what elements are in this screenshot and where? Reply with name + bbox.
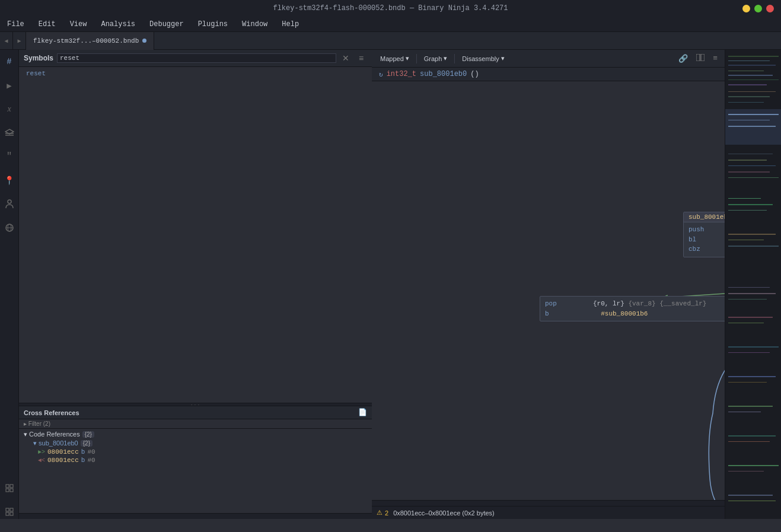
svg-rect-54 [728,317,773,318]
menu-file[interactable]: File [5,19,27,30]
xref-item-0[interactable]: ►> 08001ecc b #0 [19,448,372,456]
svg-rect-34 [728,96,770,97]
block-row-push: push {r7, lr} {var_8} {__saved_lr} [688,225,725,235]
close-button[interactable] [766,5,774,12]
menu-analysis[interactable]: Analysis [98,19,138,30]
xrefs-sub-badge: {2} [81,440,93,447]
icon-grid[interactable] [2,481,17,495]
svg-rect-42 [728,165,776,166]
svg-rect-16 [701,54,705,61]
bottom-scrollbar[interactable] [372,500,725,506]
svg-rect-10 [10,489,13,492]
icon-layers[interactable] [2,126,17,140]
svg-rect-33 [728,91,776,92]
menu-help[interactable]: Help [279,19,301,30]
svg-rect-28 [728,65,776,66]
title-text: flkey-stm32f4-flash-000052.bndb — Binary… [273,4,508,12]
status-warning: ⚠ 2 [377,509,388,517]
svg-rect-30 [728,75,773,76]
block-entry-body: push {r7, lr} {var_8} {__saved_lr} bl #s… [684,222,725,257]
symbols-clear-button[interactable]: ✕ [340,52,352,64]
xrefs-tree: ▾ Code References {2} ▾ sub_8001eb0 {2} … [19,429,372,513]
svg-rect-61 [728,412,761,412]
icon-type[interactable]: x [2,102,17,116]
svg-rect-26 [728,56,779,57]
svg-rect-47 [728,210,767,211]
menu-icon[interactable]: ≡ [710,53,720,64]
svg-rect-50 [728,246,779,247]
svg-rect-7 [6,485,9,488]
arrows-overlay [372,81,725,500]
sidebar-scrollbar[interactable] [19,513,372,519]
xrefs-export-button[interactable]: 📄 [358,408,367,417]
func-name: sub_8001eb0 [420,70,467,78]
graph-label: Graph [424,55,442,62]
svg-rect-51 [728,287,770,288]
svg-rect-63 [728,441,770,442]
nav-back[interactable]: ◀ [0,32,13,50]
icon-globe[interactable] [2,221,17,235]
svg-rect-27 [728,60,770,61]
svg-rect-55 [728,323,764,323]
xrefs-sub-8001eb0[interactable]: ▾ sub_8001eb0 {2} [19,439,372,448]
svg-rect-62 [728,435,776,437]
graph-area[interactable]: sub_8001eb0: push {r7, lr} {var_8} {__sa… [372,81,725,500]
icon-person[interactable] [2,197,17,211]
svg-rect-37 [728,114,779,115]
svg-rect-14 [10,512,13,515]
xref-item-1[interactable]: ◄< 08001ecc b #0 [19,456,372,464]
xrefs-code-refs[interactable]: ▾ Code References {2} [19,430,372,439]
svg-rect-40 [728,154,773,154]
xref-arrow-in-0: ►> [38,449,45,455]
svg-rect-56 [728,346,779,348]
icon-hash[interactable]: # [2,55,17,69]
svg-rect-9 [6,489,9,492]
icon-cursor[interactable]: ▶ [2,78,17,93]
tab-label: flkey-stm32f...–000052.bndb [33,37,139,44]
symbols-panel: Symbols ✕ ≡ reset Cross References 📄 ▸ F… [19,50,372,519]
sidebar-icons: # ▶ x " 📍 [0,50,19,519]
toolbar: Mapped ▾ Graph ▾ Disassembly ▾ 🔗 ≡ [372,50,725,68]
minimize-button[interactable] [742,5,750,12]
minimap-svg [725,50,781,519]
symbol-item-reset[interactable]: reset [24,69,367,78]
menu-view[interactable]: View [68,19,90,30]
symbols-search-input[interactable] [57,53,336,63]
window-controls [742,5,774,12]
nav-forward[interactable]: ▶ [13,32,26,50]
link-icon[interactable]: 🔗 [676,53,690,65]
disassembly-dropdown[interactable]: Disassembly ▾ [458,53,508,63]
main-tab[interactable]: flkey-stm32f...–000052.bndb [26,32,154,50]
tabbar: ◀ ▶ flkey-stm32f...–000052.bndb [0,32,781,50]
menubar: File Edit View Analysis Debugger Plugins… [0,17,781,32]
icon-plugin[interactable] [2,505,17,519]
statusbar: ⚠ 2 0x8001ecc–0x8001ece (0x2 bytes) [372,506,725,519]
mapped-dropdown[interactable]: Mapped ▾ [377,53,413,63]
menu-plugins[interactable]: Plugins [196,19,230,30]
menu-debugger[interactable]: Debugger [147,19,186,30]
symbols-menu-button[interactable]: ≡ [355,52,367,64]
menu-edit[interactable]: Edit [36,19,58,30]
svg-rect-41 [728,160,767,161]
block-entry: sub_8001eb0: push {r7, lr} {var_8} {__sa… [683,212,725,257]
graph-dropdown[interactable]: Graph ▾ [420,53,451,63]
svg-rect-48 [728,234,776,235]
icon-quotes[interactable]: " [2,149,17,164]
svg-rect-43 [728,171,770,173]
func-sig: ↻ int32_t sub_8001eb0 () [372,68,725,81]
svg-rect-59 [728,382,767,383]
func-return-type: int32_t [387,70,416,78]
menu-window[interactable]: Window [240,19,270,30]
toolbar-sep-2 [454,54,455,63]
icon-pin[interactable]: 📍 [2,173,17,187]
svg-rect-66 [728,495,773,496]
minimap-panel [725,50,781,519]
xref-arrow-out-1: ◄< [38,457,45,464]
svg-rect-35 [728,102,764,103]
maximize-button[interactable] [754,5,762,12]
xrefs-filter[interactable]: ▸ Filter (2) [19,419,372,429]
columns-icon[interactable] [694,53,707,65]
svg-rect-29 [728,71,764,71]
svg-rect-38 [728,120,770,120]
graph-chevron: ▾ [444,55,447,62]
